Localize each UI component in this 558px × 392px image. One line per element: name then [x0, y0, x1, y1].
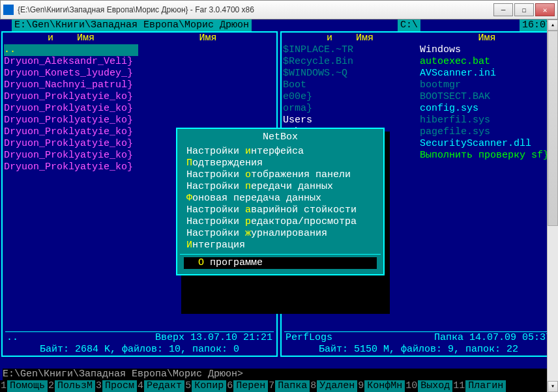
file-item[interactable]: Windows [420, 44, 554, 56]
file-item[interactable]: .. [4, 44, 138, 56]
file-item[interactable]: $INPLACE.~TR [283, 44, 417, 56]
fn-key-11[interactable]: 11Плагин [452, 380, 506, 392]
command-line[interactable]: E:\Gen\Книги\Западная Европа\Морис Дрюон… [3, 369, 555, 380]
file-item[interactable]: Выполнить проверку sf} [420, 150, 554, 161]
file-item[interactable]: Dryuon_Nachnyi_patrul} [4, 79, 138, 91]
dialog-title: NetBox [184, 132, 377, 143]
fn-key-4[interactable]: 4Редакт [137, 380, 184, 392]
scroll-down-button[interactable]: ▾ [548, 381, 558, 392]
file-item[interactable]: config.sys [420, 103, 554, 115]
close-button[interactable]: ✕ [535, 3, 555, 16]
menu-item[interactable]: Настройки редактора/просмотра [184, 216, 377, 228]
right-panel-path[interactable]: C:\ [398, 20, 420, 31]
fn-key-7[interactable]: 7Папка [268, 380, 310, 392]
file-item[interactable]: Dryuon_Proklyatyie_ko} [4, 150, 138, 161]
file-item[interactable]: $WINDOWS.~Q [283, 68, 417, 79]
file-item[interactable]: Dryuon_Proklyatyie_ko} [4, 161, 138, 173]
file-item[interactable]: bootmgr [420, 79, 554, 91]
function-key-bar: 1Помощь2ПользМ3Просм 4Редакт5Копир 6Пере… [0, 380, 558, 392]
left-column-1[interactable]: ..Dryuon_Aleksandr_Veli}Dryuon_Konets_ly… [3, 44, 140, 332]
file-item[interactable]: Users [283, 115, 417, 126]
menu-item[interactable]: Интеграция [184, 240, 377, 251]
menu-item[interactable]: Подтверждения [184, 158, 377, 169]
file-item[interactable]: e00e} [283, 91, 417, 103]
fn-key-2[interactable]: 2ПользМ [48, 380, 95, 392]
scroll-up-button[interactable]: ▴ [548, 20, 558, 31]
file-item[interactable]: Dryuon_Proklyatyie_ko} [4, 115, 138, 126]
file-item[interactable]: BOOTSECT.BAK [420, 91, 554, 103]
menu-item[interactable]: Фоновая передача данных [184, 193, 377, 204]
fn-key-1[interactable]: 1Помощь [0, 380, 48, 392]
maximize-button[interactable]: ☐ [514, 3, 534, 16]
window-controls: — ☐ ✕ [493, 3, 555, 16]
file-item[interactable]: autoexec.bat [420, 56, 554, 68]
netbox-dialog: NetBox Настройки интерфейсаПодтверждения… [176, 128, 385, 275]
minimize-button[interactable]: — [493, 3, 513, 16]
fn-key-5[interactable]: 5Копир [184, 380, 226, 392]
menu-item[interactable]: Настройки передачи данных [184, 181, 377, 193]
file-item[interactable]: hiberfil.sys [420, 115, 554, 126]
vertical-scrollbar[interactable]: ▴ ▾ [547, 20, 558, 392]
file-item[interactable]: $Recycle.Bin [283, 56, 417, 68]
menu-item-about[interactable]: О программе [184, 257, 377, 269]
fn-key-10[interactable]: 10Выход [405, 380, 452, 392]
left-panel-stats: Байт: 2684 K, файлов: 10, папок: 0 [3, 344, 276, 356]
file-item[interactable]: Dryuon_Aleksandr_Veli} [4, 56, 138, 68]
titlebar[interactable]: {E:\Gen\Книги\Западная Европа\Морис Дрюо… [0, 0, 558, 20]
app-window: {E:\Gen\Книги\Западная Европа\Морис Дрюо… [0, 0, 558, 392]
right-panel-stats: Байт: 5150 M, файлов: 9, папок: 22 [282, 344, 555, 356]
file-item[interactable]: orma} [283, 103, 417, 115]
fn-key-3[interactable]: 3Просм [95, 380, 137, 392]
left-panel-footer: .. Вверх 13.07.10 21:21 [5, 331, 274, 344]
app-icon [3, 5, 14, 15]
fn-key-9[interactable]: 9КонфМн [357, 380, 405, 392]
left-panel-path[interactable]: E:\Gen\Книги\Западная Европа\Морис Дрюон [12, 20, 252, 31]
menu-separator [180, 254, 381, 255]
right-column-2[interactable]: Windowsautoexec.batAVScanner.inibootmgrB… [419, 44, 555, 332]
file-item[interactable]: Dryuon_Konets_lyudey_} [4, 68, 138, 79]
file-item[interactable]: Dryuon_Proklyatyie_ko} [4, 138, 138, 150]
file-item[interactable]: Dryuon_Proklyatyie_ko} [4, 126, 138, 138]
file-item[interactable]: Boot [283, 79, 417, 91]
left-panel-header: и Имя Имя [3, 33, 276, 44]
menu-item[interactable]: Настройки отображения панели [184, 169, 377, 181]
terminal-area: E:\Gen\Книги\Западная Европа\Морис Дрюон… [0, 20, 558, 392]
file-item[interactable]: AVScanner.ini [420, 68, 554, 79]
fn-key-6[interactable]: 6Перен [226, 380, 268, 392]
menu-item[interactable]: Настройки аварийной стойкости [184, 204, 377, 216]
file-item[interactable]: pagefile.sys [420, 126, 554, 138]
fn-key-8[interactable]: 8Удален [310, 380, 357, 392]
right-panel-footer: PerfLogs Папка 14.07.09 05:37 [284, 331, 553, 344]
file-item[interactable]: Dryuon_Proklyatyie_ko} [4, 103, 138, 115]
right-panel-header: и Имя Имя [282, 33, 555, 44]
window-title: {E:\Gen\Книги\Западная Европа\Морис Дрюо… [18, 5, 493, 14]
file-item[interactable]: SecurityScanner.dll [420, 138, 554, 150]
file-item[interactable]: Dryuon_Proklyatyie_ko} [4, 91, 138, 103]
menu-item[interactable]: Настройки журналирования [184, 228, 377, 240]
menu-item[interactable]: Настройки интерфейса [184, 146, 377, 158]
scroll-thumb[interactable] [548, 31, 558, 226]
